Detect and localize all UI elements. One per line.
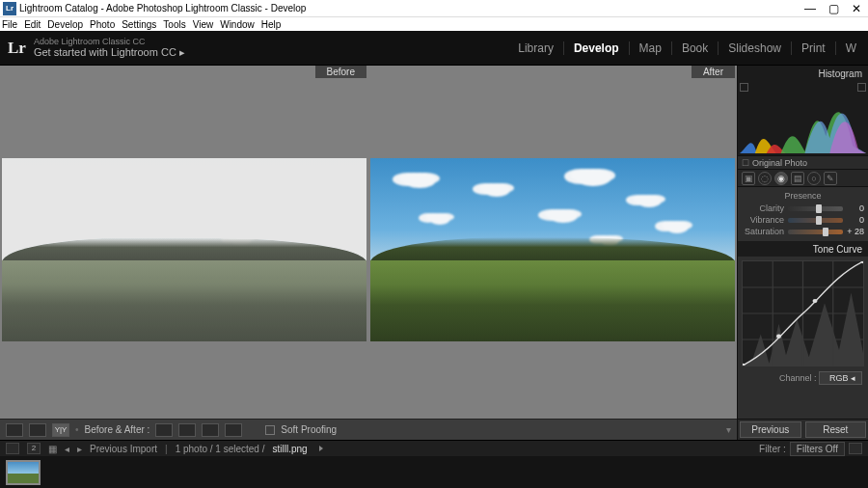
vibrance-label: Vibrance	[742, 215, 784, 225]
menu-file[interactable]: File	[2, 19, 17, 30]
radial-filter-icon[interactable]: ○	[807, 172, 821, 185]
module-picker-bar: Lr Adobe Lightroom Classic CC Get starte…	[0, 31, 868, 66]
channel-popup[interactable]: RGB ◂	[819, 371, 862, 385]
module-slideshow[interactable]: Slideshow	[719, 41, 792, 55]
menubar: File Edit Develop Photo Settings Tools V…	[0, 17, 868, 31]
secondary-toolbar: Y|Y • Before & After : Soft Proofing ▾	[0, 419, 737, 440]
before-tag: Before	[315, 66, 366, 78]
shadow-clip-icon[interactable]	[740, 83, 748, 92]
ba-mode-3-icon[interactable]	[202, 423, 219, 437]
before-after-label: Before & After :	[85, 424, 150, 435]
original-photo-row[interactable]: ☐ Original Photo	[738, 156, 868, 170]
svg-point-7	[776, 335, 781, 339]
vibrance-slider[interactable]: Vibrance 0	[738, 214, 868, 226]
preview-canvas: Before After	[0, 66, 737, 440]
after-pane[interactable]	[370, 83, 735, 417]
highlight-clip-icon[interactable]	[857, 83, 866, 92]
original-photo-label: Original Photo	[752, 158, 807, 168]
local-tools-row: ▣ ◌ ◉ ▤ ○ ✎	[738, 170, 868, 187]
loupe-view-icon[interactable]	[6, 423, 23, 437]
ba-mode-2-icon[interactable]	[178, 423, 196, 437]
filename-label: stilll.png	[272, 444, 307, 454]
menu-help[interactable]: Help	[261, 19, 282, 30]
presence-title: Presence	[738, 187, 868, 203]
brush-tool-icon[interactable]: ✎	[824, 172, 837, 185]
spot-tool-icon[interactable]: ◌	[758, 172, 772, 185]
before-after-split-icon[interactable]: Y|Y	[52, 423, 69, 437]
clarity-slider[interactable]: Clarity 0	[738, 203, 868, 214]
before-pane[interactable]	[2, 83, 366, 417]
window-title: Lightroom Catalog - Adobe Photoshop Ligh…	[19, 3, 306, 14]
svg-point-8	[813, 299, 818, 303]
channel-label: Channel :	[779, 373, 817, 383]
source-label[interactable]: Previous Import	[90, 444, 157, 454]
window-titlebar: Lr Lightroom Catalog - Adobe Photoshop L…	[0, 0, 868, 17]
identity-plate[interactable]: Adobe Lightroom Classic CC Get started w…	[34, 38, 185, 59]
menu-edit[interactable]: Edit	[24, 19, 41, 30]
nav-fwd-icon[interactable]: ▸	[77, 444, 82, 454]
app-icon: Lr	[3, 2, 16, 15]
menu-photo[interactable]: Photo	[90, 19, 115, 30]
crop-tool-icon[interactable]: ▣	[742, 172, 755, 185]
app-window: Lr Lightroom Catalog - Adobe Photoshop L…	[0, 0, 868, 488]
module-book[interactable]: Book	[672, 41, 719, 55]
menu-window[interactable]: Window	[220, 19, 255, 30]
redeye-tool-icon[interactable]: ◉	[774, 172, 788, 185]
module-library[interactable]: Library	[508, 41, 564, 55]
saturation-value: + 28	[847, 227, 864, 236]
filter-label: Filter :	[759, 444, 786, 454]
ba-swap-icon[interactable]	[225, 423, 242, 437]
screen-select-icon[interactable]: 2	[27, 443, 41, 454]
vibrance-value: 0	[847, 215, 864, 225]
module-print[interactable]: Print	[792, 41, 836, 55]
after-photo	[370, 158, 735, 341]
count-label: 1 photo / 1 selected /	[176, 444, 265, 454]
filmstrip-bar: 2 ▦ ◂ ▸ Previous Import | 1 photo / 1 se…	[0, 441, 868, 456]
thumbnail[interactable]	[6, 460, 41, 485]
reset-button[interactable]: Reset	[805, 421, 867, 438]
grad-filter-icon[interactable]: ▤	[791, 172, 804, 185]
toolbar-chevron-icon[interactable]: ▾	[726, 424, 731, 435]
filter-lock-icon[interactable]	[849, 443, 862, 454]
thumbnail-strip[interactable]	[0, 456, 868, 488]
soft-proof-label: Soft Proofing	[281, 424, 337, 435]
menu-view[interactable]: View	[193, 19, 214, 30]
chevron-down-icon[interactable]	[319, 446, 323, 451]
ba-mode-1-icon[interactable]	[155, 423, 173, 437]
window-minimize-button[interactable]: —	[799, 0, 822, 17]
grid-icon[interactable]: ▦	[48, 444, 57, 454]
menu-tools[interactable]: Tools	[163, 19, 185, 30]
tone-curve-header[interactable]: Tone Curve	[738, 241, 868, 257]
clarity-value: 0	[847, 203, 864, 213]
saturation-label: Saturation	[742, 227, 784, 236]
tone-curve[interactable]	[742, 260, 864, 366]
module-map[interactable]: Map	[630, 41, 672, 55]
right-panel: Histogram ☐ Original Photo ▣ ◌	[737, 66, 868, 440]
after-tag: After	[692, 66, 735, 78]
menu-develop[interactable]: Develop	[47, 19, 83, 30]
lightroom-logo: Lr	[8, 39, 26, 58]
window-close-button[interactable]: ✕	[845, 0, 868, 17]
histogram-header[interactable]: Histogram	[738, 66, 868, 81]
previous-button[interactable]: Previous	[740, 421, 801, 438]
nav-back-icon[interactable]: ◂	[65, 444, 69, 454]
soft-proof-checkbox[interactable]	[265, 425, 275, 435]
window-maximize-button[interactable]: ▢	[822, 0, 845, 17]
second-window-icon[interactable]	[6, 443, 19, 454]
channel-row: Channel : RGB ◂	[738, 370, 868, 386]
filmstrip: 2 ▦ ◂ ▸ Previous Import | 1 photo / 1 se…	[0, 440, 868, 488]
before-after-lr-icon[interactable]	[29, 423, 46, 437]
separator: •	[75, 424, 79, 435]
brand-small: Adobe Lightroom Classic CC	[34, 38, 185, 47]
module-web[interactable]: W	[836, 41, 860, 55]
module-develop[interactable]: Develop	[564, 41, 630, 55]
clarity-label: Clarity	[742, 203, 784, 213]
histogram[interactable]	[738, 81, 868, 156]
brand-sub: Get started with Lightroom CC ▸	[34, 46, 185, 58]
filter-popup[interactable]: Filters Off	[790, 442, 845, 456]
saturation-slider[interactable]: Saturation + 28	[738, 226, 868, 237]
menu-settings[interactable]: Settings	[122, 19, 156, 30]
before-photo	[2, 158, 366, 341]
